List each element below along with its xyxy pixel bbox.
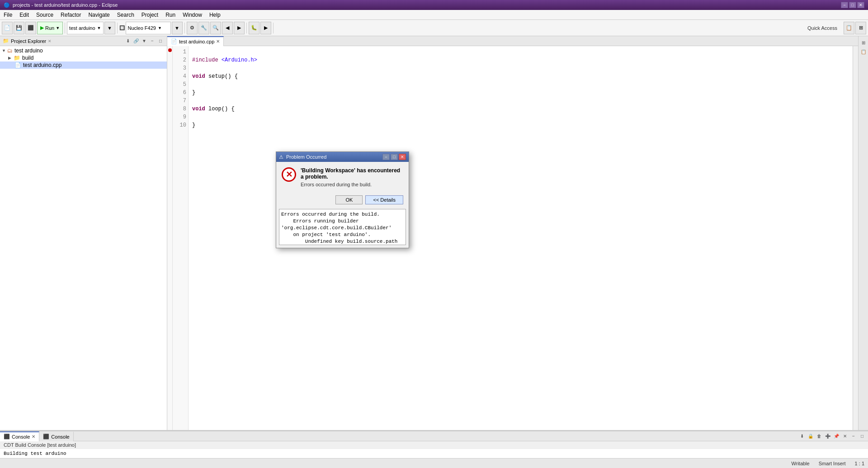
dialog-body: ✕ 'Building Workspace' has encountered a…	[276, 162, 409, 193]
menu-refactor[interactable]: Refactor	[57, 11, 85, 19]
status-bar: Writable Smart Insert 1 : 1	[0, 458, 868, 468]
panel-header-left: 📁 Project Explorer ✕	[3, 38, 52, 44]
console-clear-btn[interactable]: 🗑	[815, 432, 823, 440]
quick-access-label: Quick Access	[807, 25, 837, 31]
menu-file[interactable]: File	[0, 11, 16, 19]
toolbar-btn-3[interactable]: 🔍	[210, 22, 221, 34]
line-num-10: 10	[173, 121, 186, 129]
run-target-dropdown[interactable]: Nucleo F429 ▼	[126, 22, 171, 34]
console1-icon: ⬛	[4, 434, 10, 440]
tree-file[interactable]: 📄 test arduino.cpp	[0, 61, 167, 69]
error-x-icon: ✕	[286, 170, 292, 180]
code-editor[interactable]: 1 2 3 4 5 6 7 8 9 10 #include <Arduino.h…	[167, 46, 858, 430]
toolbar-btn-1[interactable]: ⚙	[187, 22, 198, 34]
dialog-message-body: Errors occurred during the build.	[301, 182, 403, 187]
console2-icon: ⬛	[43, 434, 49, 440]
tree-root[interactable]: ▼ 🗂 test arduino	[0, 47, 167, 54]
build-folder-name: build	[22, 55, 33, 61]
app-icon: 🔵	[4, 2, 10, 8]
root-arrow[interactable]: ▼	[2, 48, 6, 53]
new-button[interactable]: 📄	[2, 22, 13, 34]
bottom-tab-console1[interactable]: ⬛ Console ✕	[0, 431, 39, 441]
save-button[interactable]: 💾	[14, 22, 24, 34]
dialog-details-box[interactable]: Errors occurred during the build. Errors…	[279, 209, 406, 245]
main-container: 📁 Project Explorer ✕ ⬇ 🔗 ▼ − □ ▼ 🗂 tes	[0, 36, 868, 468]
cpp-file-name: test arduino.cpp	[23, 62, 61, 68]
right-strip: ⊞ 📋	[858, 36, 868, 430]
smart-insert-status: Smart Insert	[819, 461, 846, 466]
build-target-label: test arduino	[69, 25, 95, 31]
right-strip-btn-2[interactable]: 📋	[859, 47, 868, 56]
toolbar-btn-4[interactable]: ◀	[222, 22, 233, 34]
right-strip-btn-1[interactable]: ⊞	[859, 38, 868, 47]
menu-window[interactable]: Window	[179, 11, 206, 19]
console-new-btn[interactable]: ➕	[824, 432, 832, 440]
panel-close-icon[interactable]: ✕	[48, 39, 52, 43]
maximize-panel-btn[interactable]: □	[157, 38, 164, 45]
collapse-all-btn[interactable]: ⬇	[124, 38, 132, 45]
open-perspective-btn[interactable]: 📋	[844, 22, 854, 34]
tab-close-btn[interactable]: ✕	[216, 39, 220, 44]
editor-tab-main[interactable]: 📄 test arduino.cpp ✕	[167, 36, 224, 46]
line-num-4: 4	[173, 72, 186, 80]
menu-project[interactable]: Project	[138, 11, 162, 19]
close-button[interactable]: ✕	[857, 2, 864, 8]
toolbar: 📄 💾 ⬛ ▶ Run ▼ test arduino ▼ ▼ 🔲 Nucleo …	[0, 20, 868, 36]
run-target-btn[interactable]: ▼	[172, 22, 183, 34]
toolbar-layout-btn[interactable]: ⊞	[855, 22, 866, 34]
dialog-restore-btn[interactable]: □	[391, 154, 398, 160]
window-controls[interactable]: − □ ✕	[841, 2, 864, 8]
menu-navigate[interactable]: Navigate	[85, 11, 113, 19]
console-close-btn[interactable]: ✕	[841, 432, 849, 440]
stop-button[interactable]: ⬛	[25, 22, 36, 34]
menu-help[interactable]: Help	[206, 11, 224, 19]
bottom-tab-console2[interactable]: ⬛ Console	[39, 431, 73, 441]
ok-button[interactable]: OK	[335, 195, 363, 204]
console1-close[interactable]: ✕	[32, 434, 35, 439]
error-marker	[168, 48, 172, 52]
window-title: projects - test arduino/test arduino.cpp…	[13, 2, 118, 8]
console-scroll-down-btn[interactable]: ⬇	[798, 432, 806, 440]
console1-label: Console	[12, 434, 30, 440]
run-button[interactable]: ▶ Run ▼	[37, 22, 63, 34]
toolbar-btn-6[interactable]: 🐛	[249, 22, 259, 34]
minimize-panel-btn[interactable]: −	[149, 38, 156, 45]
restore-button[interactable]: □	[849, 2, 856, 8]
quick-access[interactable]: Quick Access	[807, 25, 841, 31]
toolbar-btn-2[interactable]: 🔧	[198, 22, 209, 34]
editor-scrollbar[interactable]	[853, 46, 858, 430]
build-arrow[interactable]: ▶	[8, 56, 13, 60]
dialog-close-btn[interactable]: ✕	[399, 154, 406, 160]
console-minimize-btn[interactable]: −	[849, 432, 858, 440]
build-target-dropdown[interactable]: test arduino ▼	[67, 22, 103, 34]
details-button[interactable]: << Details	[365, 195, 403, 204]
console-pin-btn[interactable]: 📌	[832, 432, 840, 440]
menu-search[interactable]: Search	[113, 11, 138, 19]
minimize-button[interactable]: −	[841, 2, 848, 8]
toolbar-btn-7[interactable]: ▶	[260, 22, 271, 34]
view-menu-btn[interactable]: ▼	[141, 38, 148, 45]
bottom-panel: ⬛ Console ✕ ⬛ Console ⬇ 🔒 🗑 ➕ 📌 ✕ − □	[0, 430, 868, 458]
tab-label: test arduino.cpp	[179, 39, 214, 44]
line-num-5: 5	[173, 80, 186, 89]
console-scroll-lock-btn[interactable]: 🔒	[807, 432, 815, 440]
writable-status: Writable	[792, 461, 810, 466]
toolbar-btn-5[interactable]: ▶	[234, 22, 245, 34]
tree-build[interactable]: ▶ 📁 build	[0, 54, 167, 61]
project-tree: ▼ 🗂 test arduino ▶ 📁 build 📄 test arduin	[0, 46, 167, 430]
build-target-btn[interactable]: ▼	[104, 22, 115, 34]
menu-run[interactable]: Run	[162, 11, 179, 19]
project-explorer-header: 📁 Project Explorer ✕ ⬇ 🔗 ▼ − □	[0, 36, 167, 46]
console-content: Building test arduino	[0, 449, 868, 458]
menu-source[interactable]: Source	[33, 11, 57, 19]
cursor-position: 1 : 1	[855, 461, 864, 466]
dialog-minimize-btn[interactable]: −	[382, 154, 390, 160]
menu-edit[interactable]: Edit	[16, 11, 33, 19]
console-maximize-btn[interactable]: □	[858, 432, 866, 440]
problem-occurred-dialog: ⚠ Problem Occurred − □ ✕ ✕ 'Building Wor…	[276, 151, 409, 248]
toolbar-sep4	[246, 23, 247, 33]
dialog-title-left: ⚠ Problem Occurred	[279, 154, 326, 160]
link-editor-btn[interactable]: 🔗	[132, 38, 140, 45]
details-line-4: Undefined key build.source.path	[281, 238, 404, 245]
toolbar-sep5	[273, 23, 274, 33]
